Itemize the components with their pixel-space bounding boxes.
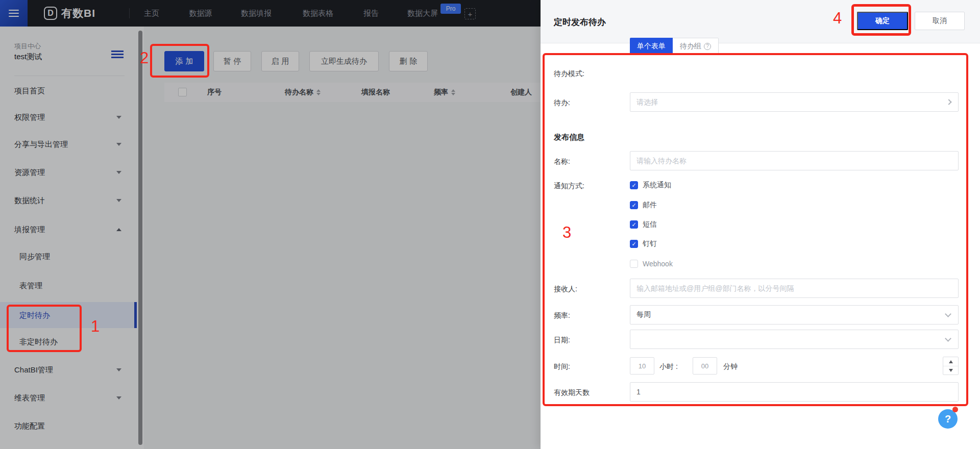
select-all-checkbox[interactable] — [178, 88, 187, 96]
checkbox-icon[interactable]: ✓ — [630, 181, 638, 189]
nav-item-datatable[interactable]: 数据表格 — [303, 0, 333, 27]
receiver-label: 接收人: — [554, 285, 577, 294]
mode-label: 待办模式: — [554, 69, 584, 79]
hamburger-icon — [9, 8, 19, 19]
main-content: 添加 暂停 启用 立即生成待办 删除 序号 待办名称 填报名称 频率 创建人 — [144, 27, 541, 449]
notify-option-dingtalk[interactable]: ✓ 钉钉 — [630, 239, 657, 249]
confirm-button[interactable]: 确定 — [857, 12, 908, 30]
sidebar-item-feature-config[interactable]: 功能配置 — [0, 416, 137, 436]
notification-dot — [952, 407, 958, 412]
notify-option-webhook[interactable]: Webhook — [630, 259, 673, 269]
nav-item-datafill[interactable]: 数据填报 — [241, 0, 272, 27]
notify-option-email[interactable]: ✓ 邮件 — [630, 200, 657, 210]
minute-unit-label: 分钟 — [723, 362, 738, 371]
sidebar-scrollbar[interactable] — [138, 31, 142, 445]
nav-item-datasource[interactable]: 数据源 — [189, 0, 212, 27]
column-fill-name: 填报名称 — [361, 88, 390, 97]
chevron-down-icon — [116, 199, 121, 202]
logo-text: 有数BI — [61, 6, 95, 20]
drawer-header: 定时发布待办 确定 取消 — [541, 0, 980, 43]
drawer-title: 定时发布待办 — [554, 16, 606, 28]
pro-badge: Pro — [440, 4, 461, 14]
mode-single-form-button[interactable]: 单个表单 — [630, 38, 673, 55]
hour-unit-label: 小时 : — [659, 362, 678, 371]
number-stepper — [943, 357, 959, 375]
chevron-down-icon — [116, 116, 121, 119]
column-serial: 序号 — [207, 88, 222, 97]
sidebar-collapse-icon[interactable] — [111, 49, 124, 60]
mode-todo-group-button[interactable]: 待办组 ? — [673, 38, 719, 55]
date-select[interactable] — [630, 330, 959, 349]
todo-name-input[interactable] — [630, 151, 959, 170]
sidebar-item-scheduled-todo[interactable]: 定时待办 — [0, 305, 137, 326]
name-label: 名称: — [554, 157, 570, 166]
validity-label: 有效期天数 — [554, 388, 590, 397]
publish-info-section-title: 发布信息 — [554, 133, 584, 142]
sidebar-item-chatbi[interactable]: ChatBI管理 — [0, 360, 137, 380]
sidebar-item-permission[interactable]: 权限管理 — [0, 107, 137, 128]
notify-label: 通知方式: — [554, 182, 584, 191]
notify-option-sms[interactable]: ✓ 短信 — [630, 219, 657, 230]
sidebar-item-sync-mgmt[interactable]: 同步管理 — [0, 246, 137, 267]
stepper-down-button[interactable] — [943, 366, 958, 375]
chevron-down-icon — [116, 396, 121, 400]
sidebar-item-project-home[interactable]: 项目首页 — [0, 81, 137, 101]
arrow-up-icon — [949, 360, 953, 363]
logo-icon: D — [44, 7, 57, 20]
nav-item-bigscreen[interactable]: 数据大屏 — [407, 0, 438, 27]
notify-option-system[interactable]: ✓ 系统通知 — [630, 180, 671, 190]
chevron-down-icon — [116, 143, 121, 146]
column-todo-name[interactable]: 待办名称 — [285, 88, 321, 97]
date-label: 日期: — [554, 336, 570, 345]
checkbox-icon[interactable]: ✓ — [630, 201, 638, 209]
arrow-down-icon — [949, 369, 953, 372]
time-label: 时间: — [554, 362, 570, 371]
delete-button[interactable]: 删除 — [389, 51, 428, 71]
nav-item-report[interactable]: 报告 — [363, 0, 379, 27]
scheduled-publish-drawer: 定时发布待办 确定 取消 待办模式: 单个表单 待办组 ? 待办: 发布信息 名… — [541, 0, 980, 449]
receiver-input[interactable] — [630, 279, 959, 298]
sort-icon[interactable] — [316, 89, 321, 95]
sidebar-item-share-export[interactable]: 分享与导出管理 — [0, 134, 137, 155]
sidebar-item-dim-table[interactable]: 维表管理 — [0, 388, 137, 408]
sidebar-item-unscheduled-todo[interactable]: 非定时待办 — [0, 332, 137, 352]
app-screen: D 有数BI 主页 数据源 数据填报 数据表格 报告 数据大屏 Pro + 项目… — [0, 0, 980, 449]
sidebar-item-fill-mgmt[interactable]: 填报管理 — [0, 219, 137, 240]
pause-button[interactable]: 暂停 — [213, 51, 251, 71]
add-tab-icon[interactable]: + — [464, 8, 476, 19]
todo-selector-input[interactable] — [630, 92, 959, 112]
minute-input[interactable] — [693, 357, 717, 375]
frequency-label: 频率: — [554, 311, 570, 320]
column-creator: 创建人 — [510, 88, 532, 97]
question-circle-icon: ? — [704, 43, 711, 50]
chevron-down-icon — [116, 368, 121, 371]
validity-input[interactable] — [630, 382, 959, 402]
table-header: 序号 待办名称 填报名称 频率 创建人 — [164, 83, 552, 102]
checkbox-icon[interactable]: ✓ — [630, 220, 638, 229]
nav-divider — [129, 8, 130, 18]
checkbox-icon[interactable] — [630, 260, 638, 268]
sidebar: 项目中心 test测试 项目首页 权限管理 分享与导出管理 资源管理 数据统计 … — [0, 27, 144, 449]
sort-icon[interactable] — [451, 89, 455, 95]
add-button[interactable]: 添加 — [164, 51, 204, 71]
cancel-button[interactable]: 取消 — [915, 12, 965, 30]
checkbox-icon[interactable]: ✓ — [630, 240, 638, 248]
project-name: test测试 — [14, 52, 42, 62]
todo-label: 待办: — [554, 98, 570, 108]
sidebar-item-statistics[interactable]: 数据统计 — [0, 190, 137, 211]
sidebar-item-table-mgmt[interactable]: 表管理 — [0, 276, 137, 296]
global-menu-button[interactable] — [0, 0, 28, 27]
chevron-down-icon — [116, 171, 121, 174]
sidebar-divider — [14, 76, 125, 76]
column-frequency[interactable]: 频率 — [434, 88, 455, 97]
hour-input[interactable] — [630, 357, 654, 375]
frequency-select[interactable]: 每周 — [630, 305, 959, 325]
stepper-up-button[interactable] — [943, 357, 958, 366]
generate-now-button[interactable]: 立即生成待办 — [309, 51, 379, 71]
app-logo: D 有数BI — [44, 0, 95, 27]
nav-item-home[interactable]: 主页 — [144, 0, 159, 27]
sidebar-item-resource[interactable]: 资源管理 — [0, 162, 137, 183]
enable-button[interactable]: 启用 — [261, 51, 299, 71]
mode-toggle: 单个表单 待办组 ? — [630, 38, 719, 55]
chevron-up-icon — [116, 228, 121, 231]
